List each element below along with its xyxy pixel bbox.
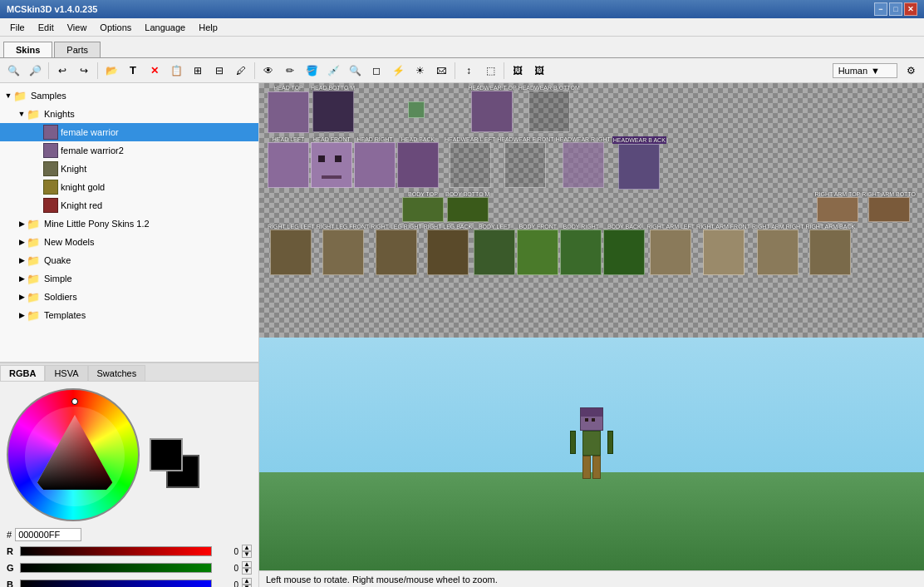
minimize-button[interactable]: − bbox=[874, 2, 887, 16]
grid-button[interactable]: ⊞ bbox=[188, 61, 208, 81]
grid2-button[interactable]: ⊟ bbox=[209, 61, 229, 81]
skin-part-body-top[interactable]: BODY TOP bbox=[402, 191, 444, 222]
skin-part-small-icon bbox=[408, 85, 433, 135]
undo-button[interactable]: ↩ bbox=[52, 61, 72, 81]
color-tab-rgba[interactable]: RGBA bbox=[0, 365, 45, 381]
tree-node-knights[interactable]: ▼ 📁 Knights bbox=[0, 105, 258, 123]
settings-button[interactable]: ⚙ bbox=[901, 61, 921, 81]
skin-part-headwear-right[interactable]: HEADWEAR R IGHT bbox=[556, 136, 611, 190]
redo-button[interactable]: ↪ bbox=[74, 61, 94, 81]
skin-part-head-right[interactable]: HEAD RIGHT bbox=[354, 136, 396, 190]
skin-part-headwear-front[interactable]: HEADWEAR F RONT bbox=[497, 136, 553, 190]
spin-down-r[interactable]: ▼ bbox=[242, 551, 252, 558]
skin-part-right-arm-left[interactable]: RIGHT ARM LEFT bbox=[646, 224, 695, 275]
skin-part-headwear-bottom[interactable]: HEADWEAR B OTTOM bbox=[519, 85, 580, 132]
brightness-button[interactable]: ☀ bbox=[410, 61, 430, 81]
color-wheel-container[interactable] bbox=[7, 388, 140, 521]
tree-node-knight[interactable]: Knight bbox=[0, 160, 258, 178]
open-button[interactable]: 📂 bbox=[101, 61, 121, 81]
skin-part-body-front[interactable]: BODY FRONT bbox=[517, 224, 558, 275]
skin-part-right-arm-bottom[interactable]: RIGHT ARM BOTTO bbox=[862, 191, 916, 222]
tree-node-knight-gold[interactable]: knight gold bbox=[0, 178, 258, 196]
tree-node-mine-little-pony[interactable]: ▶ 📁 Mine Little Pony Skins 1.2 bbox=[0, 215, 258, 233]
slider-track-g[interactable] bbox=[20, 563, 212, 573]
maximize-button[interactable]: □ bbox=[889, 2, 902, 16]
foreground-color-box[interactable] bbox=[150, 438, 183, 471]
tree-label-mlp: Mine Little Pony Skins 1.2 bbox=[44, 219, 150, 229]
skin-part-head-top[interactable]: HEAD TOP bbox=[268, 85, 309, 133]
tree-label-new-models: New Models bbox=[44, 237, 95, 247]
human-dropdown[interactable]: Human ▼ bbox=[833, 63, 897, 78]
color-tab-swatches[interactable]: Swatches bbox=[88, 365, 146, 381]
tab-skins[interactable]: Skins bbox=[3, 42, 52, 57]
delete-button[interactable]: ✕ bbox=[145, 61, 165, 81]
tree-node-samples[interactable]: ▼ 📁 Samples bbox=[0, 86, 258, 105]
skin-part-right-leg-left[interactable]: RIGHT LEG LEFT bbox=[268, 224, 315, 275]
skin-thumb-knight-red bbox=[43, 198, 58, 213]
slider-row-b: B 0 ▲ ▼ bbox=[7, 578, 252, 587]
eye-button[interactable]: 👁 bbox=[258, 61, 278, 81]
menu-options[interactable]: Options bbox=[93, 21, 138, 34]
tree-label-soldiers: Soldiers bbox=[44, 292, 77, 302]
skin-part-head-front[interactable]: HEAD FRONT bbox=[311, 136, 352, 190]
dropper-button[interactable]: 💉 bbox=[323, 61, 343, 81]
text-tool-button[interactable]: T bbox=[123, 61, 143, 81]
tree-node-female-warrior[interactable]: female warrior bbox=[0, 123, 258, 141]
copy-button[interactable]: 📋 bbox=[166, 61, 186, 81]
search-btn[interactable]: 🔍 bbox=[345, 61, 365, 81]
skin-part-headwear-back[interactable]: HEADWEAR B ACK bbox=[612, 136, 666, 190]
menu-edit[interactable]: Edit bbox=[32, 21, 61, 34]
skin-part-body-back[interactable]: BODY BACK bbox=[603, 224, 645, 275]
skin-part-right-arm-back[interactable]: RIGHT ARM BACK bbox=[805, 224, 855, 275]
hex-input[interactable] bbox=[15, 528, 81, 541]
tree-node-knight-red[interactable]: Knight red bbox=[0, 196, 258, 215]
zoom-out-button[interactable]: 🔎 bbox=[25, 61, 45, 81]
skin-parts-container: HEAD TOP HEAD BOTTO M bbox=[268, 85, 916, 336]
skin-part-right-leg-right[interactable]: RIGHT LEG RIGHT bbox=[371, 224, 421, 275]
rotate-button[interactable]: ↕ bbox=[459, 61, 479, 81]
spin-down-g[interactable]: ▼ bbox=[242, 568, 252, 575]
stamp-button[interactable]: 🖂 bbox=[431, 61, 451, 81]
skin-part-headwear-top[interactable]: HEADWEAR T OP bbox=[468, 85, 516, 132]
skin-part-head-bottom[interactable]: HEAD BOTTO M bbox=[311, 85, 355, 132]
skin-part-right-arm-front[interactable]: RIGHT ARM FRONT bbox=[696, 224, 750, 275]
noise-button[interactable]: ⚡ bbox=[388, 61, 408, 81]
skin-part-right-arm-top[interactable]: RIGHT ARM TOP bbox=[814, 191, 860, 222]
view2-button[interactable]: 🖼 bbox=[529, 61, 549, 81]
tree-label-knight-gold: knight gold bbox=[61, 182, 105, 192]
skin-part-body-right[interactable]: BODY RIGHT bbox=[560, 224, 602, 275]
skin-part-head-left[interactable]: HEAD LEFT bbox=[268, 136, 309, 190]
fill-button[interactable]: 🪣 bbox=[302, 61, 322, 81]
skin-part-head-back[interactable]: HEAD BACK bbox=[397, 136, 439, 190]
paint-button[interactable]: 🖊 bbox=[231, 61, 251, 81]
skin-part-right-arm-right[interactable]: RIGHT ARM RIGHT bbox=[752, 224, 804, 275]
flip-button[interactable]: ⬚ bbox=[480, 61, 500, 81]
tree-node-soldiers[interactable]: ▶ 📁 Soldiers bbox=[0, 288, 258, 306]
tree-node-new-models[interactable]: ▶ 📁 New Models bbox=[0, 233, 258, 251]
view-button[interactable]: 🖼 bbox=[508, 61, 528, 81]
tree-view[interactable]: ▼ 📁 Samples ▼ 📁 Knights female warrior bbox=[0, 83, 258, 363]
tree-node-quake[interactable]: ▶ 📁 Quake bbox=[0, 251, 258, 269]
color-tab-hsva[interactable]: HSVA bbox=[45, 365, 87, 381]
skin-part-body-left[interactable]: BODY LEFT bbox=[474, 224, 515, 275]
zoom-in-button[interactable]: 🔍 bbox=[3, 61, 23, 81]
pencil-button[interactable]: ✏ bbox=[280, 61, 300, 81]
skin-part-right-leg-back[interactable]: RIGHT LEG BACK bbox=[424, 224, 473, 275]
tree-node-templates[interactable]: ▶ 📁 Templates bbox=[0, 306, 258, 324]
slider-track-b[interactable] bbox=[20, 580, 212, 587]
eraser-button[interactable]: ◻ bbox=[366, 61, 386, 81]
slider-track-r[interactable] bbox=[20, 546, 212, 556]
skin-part-headwear-left[interactable]: HEADWEAR L EFT bbox=[445, 136, 495, 190]
menu-file[interactable]: File bbox=[3, 21, 32, 34]
tree-node-female-warrior2[interactable]: female warrior2 bbox=[0, 141, 258, 160]
view-3d[interactable] bbox=[259, 338, 924, 570]
skin-part-body-bottom[interactable]: BODY BOTTO M bbox=[445, 191, 489, 222]
menu-view[interactable]: View bbox=[61, 21, 94, 34]
close-button[interactable]: ✕ bbox=[904, 2, 917, 16]
tree-node-simple[interactable]: ▶ 📁 Simple bbox=[0, 269, 258, 288]
skin-part-right-leg-front[interactable]: RIGHT LEG FRONT bbox=[317, 224, 370, 275]
tab-parts[interactable]: Parts bbox=[54, 42, 101, 57]
menu-help[interactable]: Help bbox=[192, 21, 224, 34]
skin-editor-area[interactable]: HEAD TOP HEAD BOTTO M bbox=[259, 83, 924, 338]
menu-language[interactable]: Language bbox=[138, 21, 192, 34]
